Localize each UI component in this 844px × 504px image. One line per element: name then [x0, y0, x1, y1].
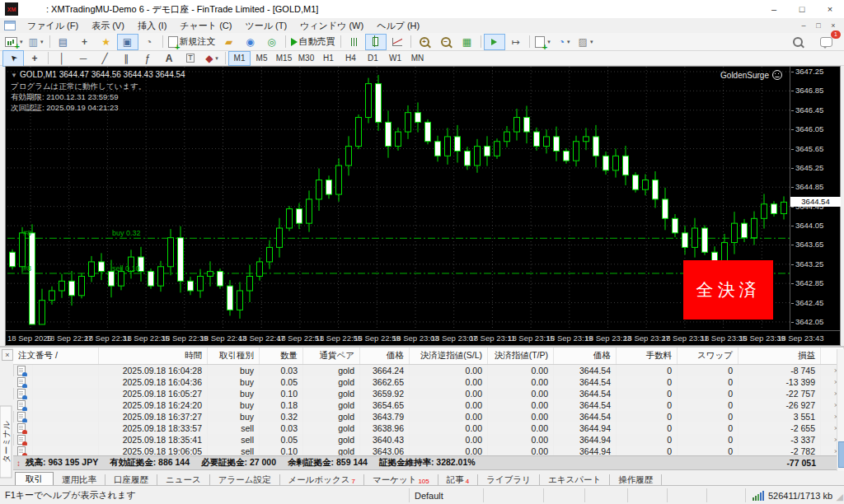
maximize-button[interactable]: □	[788, 0, 816, 18]
notifications-button[interactable]: 1	[815, 34, 837, 50]
table-row[interactable]: 2025.09.18 18:33:57sell0.03gold3638.960.…	[13, 422, 844, 434]
table-row[interactable]: 2025.09.18 18:35:41sell0.05gold3640.430.…	[13, 434, 844, 446]
auto-scroll-button[interactable]	[484, 34, 505, 50]
tab-アラーム設定[interactable]: アラーム設定	[210, 474, 280, 486]
timeframe-m15[interactable]: M15	[273, 51, 295, 66]
time-axis[interactable]: 18 Sep 202518 Sep 22:2718 Sep 22:3118 Se…	[6, 330, 840, 345]
table-row[interactable]: 2025.09.18 16:05:27buy0.10gold3659.920.0…	[13, 388, 844, 399]
column-header[interactable]: 手数料	[617, 348, 678, 364]
tab-運用比率[interactable]: 運用比率	[54, 474, 106, 486]
minimize-button[interactable]: –	[760, 0, 788, 18]
tab-ライブラリ[interactable]: ライブラリ	[478, 474, 540, 486]
fibonacci-button[interactable]: ƒ	[137, 50, 158, 67]
menu-item-6[interactable]: ヘルプ (H)	[370, 18, 426, 33]
tab-口座履歴[interactable]: 口座履歴	[106, 474, 157, 486]
tab-操作履歴[interactable]: 操作履歴	[610, 474, 662, 486]
terminal-close-button[interactable]: ×	[2, 349, 13, 361]
cursor-button[interactable]: ➤	[2, 50, 24, 67]
chart-window-icon[interactable]	[4, 21, 16, 30]
tab-エキスパート[interactable]: エキスパート	[540, 474, 610, 486]
tile-windows-button[interactable]: ▦	[457, 34, 478, 50]
close-button[interactable]: ×	[816, 0, 844, 18]
column-header[interactable]: スワップ	[678, 348, 738, 364]
terminal-side-tab[interactable]: ターミナル	[0, 406, 12, 478]
main-toolbar: ▾▥▾▤+★▣◔新規注文▰◉◎自動売買+−▦↦▾◔▾▨▾1	[0, 33, 844, 51]
community-button[interactable]: ◉	[240, 34, 261, 50]
strategy-tester-button[interactable]: ◔	[138, 34, 160, 50]
data-window-button[interactable]: +	[74, 34, 96, 50]
periods-button[interactable]: ◔▾	[554, 34, 575, 50]
tab-記事[interactable]: 記事4	[438, 474, 478, 486]
tab-ニュース[interactable]: ニュース	[157, 474, 210, 486]
table-row[interactable]: 2025.09.18 19:06:05sell0.10gold3643.060.…	[13, 446, 844, 456]
timeframe-h1[interactable]: H1	[317, 51, 340, 66]
zoom-out-button[interactable]: −	[435, 34, 457, 50]
vertical-line-button[interactable]: │	[51, 50, 73, 67]
mdi-minimize-button[interactable]: –	[796, 20, 811, 32]
crosshair-button[interactable]: +	[24, 50, 45, 67]
auto-trading-button[interactable]: 自動売買	[288, 34, 338, 50]
column-header[interactable]: 価格	[554, 348, 617, 364]
candle-chart-mode-button[interactable]	[365, 34, 387, 50]
column-header[interactable]: 決済指値(T/P)	[488, 348, 554, 364]
trendline-button[interactable]: ╱	[94, 50, 115, 67]
arrows-button[interactable]: ◆▾	[201, 50, 223, 67]
search-button[interactable]	[787, 34, 809, 50]
resize-grip[interactable]: ◢	[837, 492, 843, 502]
market-watch-button[interactable]: ▤	[53, 34, 74, 50]
bar-chart-mode-button[interactable]	[344, 34, 365, 50]
table-row[interactable]: 2025.09.18 16:04:36buy0.05gold3662.650.0…	[13, 376, 844, 388]
navigator-button[interactable]: ★	[96, 34, 117, 50]
timeframe-h4[interactable]: H4	[340, 51, 362, 66]
table-row[interactable]: 2025.09.18 16:04:28buy0.03gold3664.240.0…	[13, 365, 844, 376]
mdi-restore-button[interactable]: □	[811, 20, 826, 32]
column-header[interactable]: 時間	[99, 348, 208, 364]
tab-メールボックス[interactable]: メールボックス7	[280, 474, 364, 486]
text-label-button[interactable]: T	[180, 50, 201, 67]
horizontal-line-button[interactable]: ─	[73, 50, 94, 67]
line-chart-mode-button[interactable]	[387, 34, 408, 50]
new-chart-button[interactable]: ▾	[2, 34, 26, 50]
chart-shift-button[interactable]: ↦	[505, 34, 527, 50]
channel-button[interactable]: ∥	[115, 50, 137, 67]
column-header[interactable]: 決済逆指値(S/L)	[410, 348, 488, 364]
depth-of-market-button[interactable]: ▰	[218, 34, 240, 50]
terminal-scrollbar-thumb[interactable]	[838, 441, 844, 468]
table-row[interactable]: 2025.09.18 16:24:20buy0.18gold3654.650.0…	[13, 399, 844, 411]
table-row[interactable]: 2025.09.18 16:37:27buy0.32gold3643.790.0…	[13, 411, 844, 422]
timeframe-m30[interactable]: M30	[295, 51, 317, 66]
ea-smiley-icon[interactable]	[772, 70, 782, 80]
column-header[interactable]: 損益	[738, 348, 821, 364]
terminal-scrollbar[interactable]	[837, 349, 844, 471]
menu-item-2[interactable]: 挿入 (I)	[131, 18, 173, 33]
menu-item-3[interactable]: チャート (C)	[173, 18, 238, 33]
timeframe-d1[interactable]: D1	[362, 51, 384, 66]
text-button[interactable]: A	[158, 50, 180, 67]
column-header[interactable]: 取引種別	[208, 348, 260, 364]
tab-マーケット[interactable]: マーケット105	[364, 474, 438, 486]
menu-item-5[interactable]: ウィンドウ (W)	[293, 18, 370, 33]
column-header[interactable]: 価格	[360, 348, 410, 364]
column-header[interactable]: 数量	[260, 348, 303, 364]
price-axis[interactable]: 3647.253646.853646.453646.053645.653645.…	[790, 67, 841, 330]
column-header[interactable]: 注文番号 /	[13, 348, 99, 364]
indicators-button[interactable]: ▾	[532, 34, 554, 50]
column-header[interactable]: 通貨ペア	[303, 348, 360, 364]
timeframe-m1[interactable]: M1	[228, 51, 251, 66]
profiles-button[interactable]: ▥▾	[26, 34, 47, 50]
status-profile[interactable]: Default	[410, 488, 484, 502]
close-all-button[interactable]: 全決済	[683, 260, 773, 320]
timeframe-mn[interactable]: MN	[406, 51, 429, 66]
templates-button[interactable]: ▨▾	[575, 34, 597, 50]
timeframe-m5[interactable]: M5	[251, 51, 273, 66]
menu-item-0[interactable]: ファイル (F)	[21, 18, 85, 33]
tab-取引[interactable]: 取引	[15, 472, 54, 486]
menu-item-1[interactable]: 表示 (V)	[85, 18, 131, 33]
web-request-button[interactable]: ◎	[261, 34, 283, 50]
terminal-toggle-button[interactable]: ▣	[117, 34, 138, 50]
symbol-dropdown-icon[interactable]: ▼	[11, 72, 17, 79]
menu-item-4[interactable]: ツール (T)	[238, 18, 293, 33]
new-order-button[interactable]: 新規注文	[166, 34, 218, 50]
zoom-in-button[interactable]: +	[414, 34, 435, 50]
timeframe-w1[interactable]: W1	[384, 51, 406, 66]
